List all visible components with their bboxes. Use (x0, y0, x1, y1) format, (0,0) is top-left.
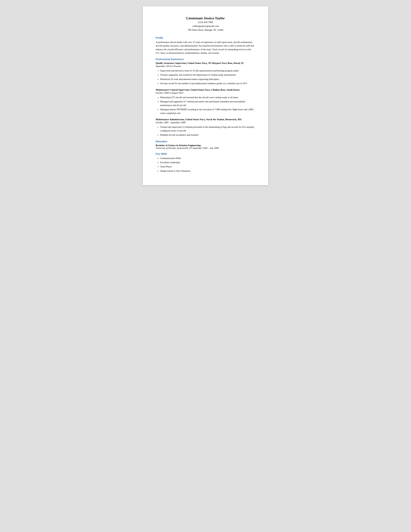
profile-text: A performance-driven leader with over 15… (156, 40, 255, 55)
candidate-phone: (123) 456-7890 (156, 20, 255, 24)
job-title-3: Maintenance Administrator, United States… (156, 118, 255, 121)
bullet-1-3: Monitored 16 work detachments/centers su… (160, 77, 255, 81)
job-dates-2: October 2009 to August 2014 (156, 92, 255, 94)
skills-title: Key Skills (156, 152, 255, 155)
profile-section: Profile A performance-driven leader with… (156, 36, 255, 55)
experience-title: Professional Experience (156, 58, 255, 60)
job-entry-3: Maintenance Administrator, United States… (156, 118, 255, 137)
bullet-1-4: Set base record for the number of pre-de… (160, 82, 255, 85)
bullet-2-3: Managed intense OPTEMPO resulting in the… (160, 108, 255, 115)
bullet-3-1: Trained and supervised 15 enlisted perso… (160, 125, 255, 133)
skill-1: Communication Skills (160, 156, 255, 160)
candidate-email: a.Montgomery@email.com (156, 24, 255, 28)
skills-section: Key Skills Communication Skills Excellen… (156, 152, 255, 173)
edu-institution: University of Florida, Jacksonville, FL … (156, 147, 255, 150)
skill-4: Adapts Easily to New Situations (160, 169, 255, 173)
job-dates-3: October 2005 - September 2009 (156, 121, 255, 124)
job-bullets-3: Trained and supervised 15 enlisted perso… (160, 125, 255, 137)
bullet-2-1: Maintained 237 aircraft and ensured that… (160, 95, 255, 99)
job-title-2: Maintenance Control Supervisor, United S… (156, 88, 255, 91)
bullet-1-2: Trained, supported, and assisted in the … (160, 73, 255, 76)
job-bullets-1: Supervised and directed a team of 16 QA … (160, 69, 255, 85)
job-entry-1: Quality Assurance Supervisor, United Sta… (156, 62, 255, 85)
skill-3: Team Player (160, 165, 255, 168)
resume-header: Lieutenant Jessica Taylor (123) 456-7890… (156, 16, 255, 32)
job-bullets-2: Maintained 237 aircraft and ensured that… (160, 95, 255, 115)
bullet-1-1: Supervised and directed a team of 16 QA … (160, 69, 255, 72)
education-title: Education (156, 140, 255, 143)
job-dates-1: September 2014 to Present (156, 65, 255, 67)
bullet-2-2: Managed and supported 317 enlisted perso… (160, 100, 255, 107)
skills-list: Communication Skills Excellent Leadershi… (160, 156, 255, 173)
edu-degree: Bachelor of Science in Aviation Engineer… (156, 144, 255, 147)
job-entry-2: Maintenance Control Supervisor, United S… (156, 88, 255, 115)
bullet-3-2: Handled aircraft acceptance and transfer… (160, 133, 255, 137)
job-title-1: Quality Assurance Supervisor, United Sta… (156, 62, 255, 65)
education-section: Education Bachelor of Science in Aviatio… (156, 140, 255, 150)
candidate-address: 789 Third Street, Raleigh, NC 23456 (156, 28, 255, 32)
profile-title: Profile (156, 36, 255, 39)
candidate-name: Lieutenant Jessica Taylor (156, 16, 255, 20)
experience-section: Professional Experience Quality Assuranc… (156, 58, 255, 137)
resume-page: Lieutenant Jessica Taylor (123) 456-7890… (143, 6, 268, 185)
skill-2: Excellent Leadership (160, 161, 255, 164)
